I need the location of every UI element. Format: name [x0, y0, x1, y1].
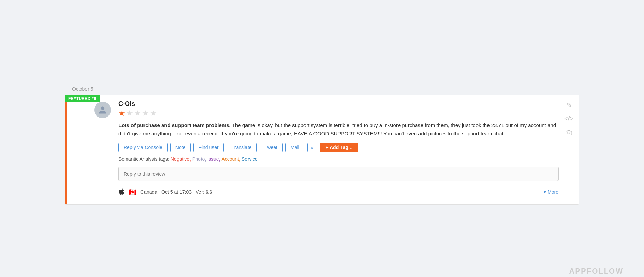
review-date: Oct 5 at 17:03 [161, 189, 192, 195]
version-info: Ver: 6.6 [196, 189, 212, 195]
tweet-button[interactable]: Tweet [260, 143, 283, 152]
avatar [94, 102, 111, 118]
action-buttons: Reply via Console Note Find user Transla… [118, 143, 559, 152]
card-header: C-Ols ★ ★ ★ ★ ★ Lots of purchase and sup… [92, 100, 559, 196]
star-rating: ★ ★ ★ ★ ★ [118, 109, 559, 118]
add-tag-button[interactable]: + Add Tag... [320, 143, 358, 152]
country-name: Canada [140, 189, 157, 195]
mail-button[interactable]: Mail [285, 143, 304, 152]
code-icon[interactable]: </> [564, 114, 574, 124]
card-inner: ✎ </> C-Ol [65, 95, 579, 204]
footer-left: 🇨🇦 Canada Oct 5 at 17:03 Ver: 6.6 [118, 188, 212, 196]
hash-button[interactable]: # [307, 143, 318, 152]
tag-negative: Negative, [171, 156, 191, 162]
find-user-button[interactable]: Find user [193, 143, 223, 152]
more-label: More [548, 189, 559, 195]
tag-service: Service [242, 156, 258, 162]
apple-icon [118, 188, 125, 196]
semantic-tags-section: Semantic Analysis tags: Negative, Photo,… [118, 156, 559, 162]
tag-photo: Photo, [192, 156, 206, 162]
star-5: ★ [150, 109, 157, 118]
review-text-bold: Lots of purchase and support team proble… [118, 122, 231, 128]
tag-account: Account, [221, 156, 240, 162]
reply-input[interactable] [118, 167, 559, 181]
star-3: ★ [134, 109, 141, 118]
star-1: ★ [118, 109, 125, 118]
edit-icon[interactable]: ✎ [564, 100, 574, 110]
review-text: Lots of purchase and support team proble… [118, 121, 559, 138]
review-content: C-Ols ★ ★ ★ ★ ★ Lots of purchase and sup… [113, 100, 559, 196]
card-footer: 🇨🇦 Canada Oct 5 at 17:03 Ver: 6.6 ▾ More [118, 186, 559, 196]
svg-point-0 [568, 132, 570, 134]
semantic-label: Semantic Analysis tags: [118, 156, 169, 162]
review-card: FEATURED #6 ✎ </> [65, 95, 579, 205]
date-label: October 5 [72, 86, 93, 92]
side-icons-panel: ✎ </> [564, 100, 574, 137]
more-button[interactable]: ▾ More [544, 189, 559, 195]
star-2: ★ [126, 109, 133, 118]
star-4: ★ [142, 109, 149, 118]
country-flag: 🇨🇦 [129, 188, 136, 196]
tag-issue: Issue, [207, 156, 220, 162]
appfollow-watermark: APPFOLLOW [569, 267, 623, 276]
note-button[interactable]: Note [170, 143, 191, 152]
reviewer-name: C-Ols [118, 100, 559, 108]
camera-icon[interactable] [564, 128, 574, 137]
reply-console-button[interactable]: Reply via Console [118, 143, 168, 152]
featured-badge: FEATURED #6 [65, 95, 100, 102]
page-wrapper: October 5 FEATURED #6 ✎ </> [7, 7, 637, 277]
translate-button[interactable]: Translate [227, 143, 257, 152]
avatar-column [92, 100, 113, 118]
